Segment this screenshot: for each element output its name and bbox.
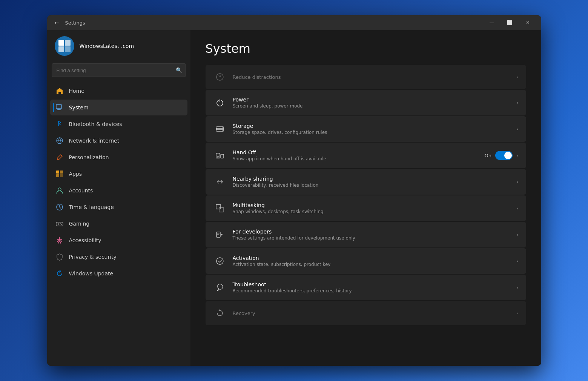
- setting-title-recovery: Recovery: [233, 310, 255, 316]
- maximize-button[interactable]: ⬜: [501, 17, 519, 29]
- svg-rect-8: [60, 171, 63, 174]
- settings-window: ← Settings — ⬜ ✕: [47, 15, 541, 366]
- setting-item-multitasking[interactable]: Multitasking Snap windows, desktops, tas…: [206, 195, 526, 221]
- setting-text-storage: Storage Storage space, drives, configura…: [233, 123, 516, 135]
- minimize-button[interactable]: —: [483, 17, 500, 29]
- sidebar-label-network: Network & internet: [69, 138, 120, 144]
- apps-icon: [55, 170, 64, 178]
- sidebar-item-update[interactable]: Windows Update: [50, 266, 187, 281]
- sidebar: WindowsLatest .com 🔍 Home System Bluetoo…: [47, 30, 190, 366]
- home-icon: [55, 87, 64, 95]
- toggle-label-hand-off: On: [484, 153, 491, 158]
- svg-rect-9: [56, 174, 59, 177]
- svg-point-17: [61, 224, 62, 225]
- sidebar-item-accounts[interactable]: Accounts: [50, 183, 187, 198]
- user-profile: WindowsLatest .com: [50, 30, 187, 63]
- chevron-icon-power: ›: [516, 100, 519, 106]
- nearby-sharing-icon: [213, 175, 227, 189]
- toggle-hand-off[interactable]: [495, 151, 513, 160]
- setting-item-activation[interactable]: Activation Activation state, subscriptio…: [206, 248, 526, 274]
- setting-right-troubleshoot: ›: [516, 284, 519, 290]
- setting-item-reduce-distractions[interactable]: Reduce distractions ›: [206, 65, 526, 89]
- sidebar-item-privacy[interactable]: Privacy & security: [50, 249, 187, 265]
- troubleshoot-icon: [213, 281, 227, 294]
- setting-desc-activation: Activation state, subscriptions, product…: [233, 262, 516, 267]
- reduce-distractions-icon: [213, 70, 227, 84]
- setting-desc-troubleshoot: Recommended troubleshooters, preferences…: [233, 288, 516, 293]
- window-controls: — ⬜ ✕: [483, 17, 537, 29]
- setting-item-power[interactable]: Power Screen and sleep, power mode ›: [206, 90, 526, 115]
- svg-rect-1: [65, 40, 71, 46]
- setting-right-power: ›: [516, 100, 519, 106]
- accounts-icon: [55, 186, 64, 195]
- svg-rect-26: [216, 153, 220, 158]
- window-title: Settings: [65, 20, 483, 26]
- svg-point-25: [222, 130, 223, 131]
- sidebar-item-personalization[interactable]: Personalization: [50, 149, 187, 165]
- setting-right-hand-off: On ›: [484, 151, 518, 160]
- setting-text-activation: Activation Activation state, subscriptio…: [233, 255, 516, 267]
- sidebar-label-time: Time & language: [69, 204, 114, 210]
- setting-right-multitasking: ›: [516, 205, 519, 211]
- svg-rect-28: [216, 204, 221, 209]
- setting-item-for-developers[interactable]: For developers These settings are intend…: [206, 222, 526, 247]
- setting-text-nearby-sharing: Nearby sharing Discoverability, received…: [233, 176, 516, 188]
- sidebar-item-apps[interactable]: Apps: [50, 166, 187, 182]
- setting-item-troubleshoot[interactable]: Troubleshoot Recommended troubleshooters…: [206, 275, 526, 300]
- setting-item-hand-off[interactable]: Hand Off Show app icon when hand off is …: [206, 143, 526, 168]
- svg-rect-5: [57, 109, 61, 110]
- chevron-icon-recovery: ›: [516, 310, 519, 316]
- setting-text-multitasking: Multitasking Snap windows, desktops, tas…: [233, 202, 516, 214]
- sidebar-item-accessibility[interactable]: Accessibility: [50, 232, 187, 248]
- setting-item-recovery[interactable]: Recovery ›: [206, 301, 526, 325]
- search-input[interactable]: [52, 63, 186, 77]
- hand-off-icon: [213, 149, 227, 162]
- setting-right-nearby-sharing: ›: [516, 179, 519, 185]
- titlebar: ← Settings — ⬜ ✕: [47, 15, 541, 30]
- page-title: System: [206, 41, 526, 56]
- sidebar-item-bluetooth[interactable]: Bluetooth & devices: [50, 116, 187, 132]
- user-name: WindowsLatest .com: [80, 43, 134, 49]
- time-icon: [55, 203, 64, 211]
- setting-desc-multitasking: Snap windows, desktops, task switching: [233, 209, 516, 214]
- setting-title-hand-off: Hand Off: [233, 149, 485, 155]
- sidebar-item-system[interactable]: System: [50, 100, 187, 115]
- setting-item-nearby-sharing[interactable]: Nearby sharing Discoverability, received…: [206, 169, 526, 195]
- setting-item-storage[interactable]: Storage Storage space, drives, configura…: [206, 116, 526, 142]
- svg-point-18: [59, 237, 60, 239]
- setting-right-activation: ›: [516, 258, 519, 264]
- close-button[interactable]: ✕: [519, 17, 537, 29]
- sidebar-label-update: Windows Update: [69, 270, 114, 277]
- setting-title-reduce-distractions: Reduce distractions: [233, 74, 281, 80]
- svg-rect-6: [58, 109, 60, 109]
- chevron-icon-activation: ›: [516, 258, 519, 264]
- sidebar-label-system: System: [69, 104, 89, 111]
- sidebar-item-gaming[interactable]: Gaming: [50, 216, 187, 232]
- setting-text-troubleshoot: Troubleshoot Recommended troubleshooters…: [233, 281, 516, 293]
- svg-point-24: [222, 128, 223, 128]
- svg-point-16: [60, 223, 61, 224]
- chevron-icon-nearby-sharing: ›: [516, 179, 519, 185]
- main-wrapper: System Reduce distractions › Power Scree…: [190, 30, 541, 366]
- sidebar-label-home: Home: [69, 88, 84, 94]
- sidebar-label-accessibility: Accessibility: [69, 237, 101, 243]
- sidebar-label-bluetooth: Bluetooth & devices: [69, 121, 122, 127]
- setting-text-hand-off: Hand Off Show app icon when hand off is …: [233, 149, 485, 161]
- setting-title-nearby-sharing: Nearby sharing: [233, 176, 516, 182]
- for-developers-icon: [213, 228, 227, 241]
- sidebar-item-home[interactable]: Home: [50, 83, 187, 99]
- window-content: WindowsLatest .com 🔍 Home System Bluetoo…: [47, 30, 541, 366]
- setting-text-for-developers: For developers These settings are intend…: [233, 229, 516, 241]
- svg-rect-2: [58, 46, 64, 52]
- svg-rect-3: [65, 46, 71, 52]
- svg-rect-7: [56, 171, 59, 174]
- sidebar-item-network[interactable]: Network & internet: [50, 133, 187, 149]
- multitasking-icon: [213, 201, 227, 215]
- avatar: [55, 36, 74, 56]
- chevron-icon-reduce-distractions: ›: [516, 74, 519, 80]
- setting-title-power: Power: [233, 97, 516, 103]
- back-button[interactable]: ←: [52, 17, 62, 28]
- sidebar-item-time[interactable]: Time & language: [50, 199, 187, 215]
- gaming-icon: [55, 220, 64, 228]
- svg-rect-30: [216, 232, 220, 237]
